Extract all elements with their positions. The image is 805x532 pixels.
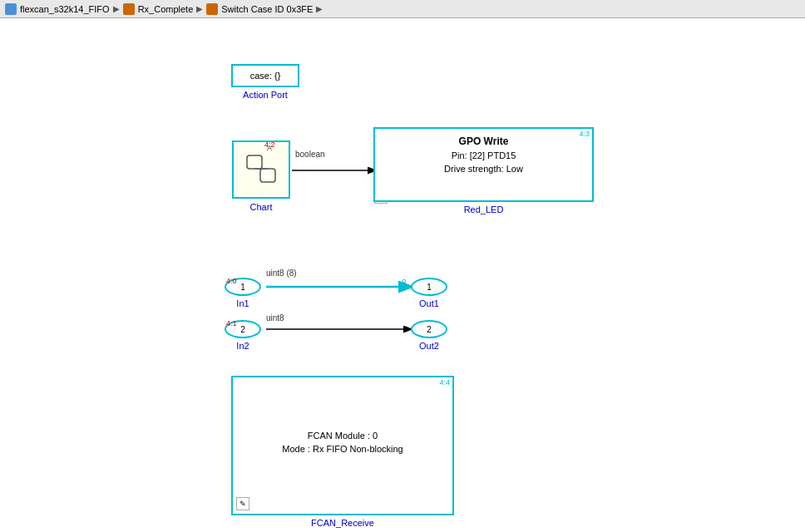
in2-label: In2 [225, 341, 261, 351]
fcan-line1: FCAN Module : 0 [233, 431, 452, 441]
breadcrumb-arrow-1: ▶ [113, 4, 120, 13]
out2-label: Out2 [411, 341, 447, 351]
chart-id-badge: 4:2 [264, 140, 275, 149]
breadcrumb-item-3[interactable]: Switch Case ID 0x3FE [221, 4, 313, 14]
in2-port-num: 2 [240, 325, 245, 334]
action-port-block[interactable]: case: {} [231, 64, 299, 87]
in2-id-badge: 4:1 [226, 319, 237, 328]
fcan-line2: Mode : Rx FIFO Non-blocking [233, 444, 452, 454]
breadcrumb-icon-3 [206, 3, 218, 15]
breadcrumb-arrow-2: ▶ [196, 4, 203, 13]
breadcrumb-icon-2 [123, 3, 135, 15]
gpo-title: GPO Write [375, 135, 592, 147]
in2-type-label: uint8 [266, 313, 284, 323]
action-port-text: case: {} [250, 71, 281, 81]
chart-label: Chart [232, 202, 290, 212]
fcan-id-badge: 4:4 [439, 378, 450, 387]
breadcrumb-item-2[interactable]: Rx_Complete [138, 4, 194, 14]
gpo-label: Red_LED [373, 204, 594, 214]
fcan-block[interactable]: 4:4 FCAN Module : 0 Mode : Rx FIFO Non-b… [231, 376, 454, 515]
svg-rect-3 [247, 155, 262, 169]
gpo-id-badge: 4:3 [579, 130, 590, 138]
title-bar: flexcan_s32k14_FIFO ▶ Rx_Complete ▶ Swit… [0, 0, 805, 18]
out1-port-num: 1 [427, 283, 432, 292]
stateflow-icon [244, 152, 279, 187]
in1-type-label: uint8 (8) [266, 268, 297, 278]
bit8-label: 8 [402, 278, 407, 288]
breadcrumb-arrow-3: ▶ [316, 4, 323, 13]
out1-block[interactable]: 1 [411, 278, 447, 296]
out1-label: Out1 [411, 298, 447, 308]
chart-block[interactable] [232, 140, 290, 199]
edit-icon-fcan[interactable]: ✎ [236, 497, 249, 510]
in1-label: In1 [225, 298, 261, 308]
out2-port-num: 2 [427, 325, 432, 334]
svg-rect-4 [260, 169, 275, 182]
breadcrumb-item-1[interactable]: flexcan_s32k14_FIFO [20, 4, 110, 14]
gpo-write-block[interactable]: 4:3 GPO Write Pin: [22] PTD15 Drive stre… [373, 127, 594, 202]
boolean-label: boolean [295, 150, 325, 159]
in1-id-badge: 4:0 [226, 277, 237, 285]
canvas: case: {} Action Port A 4:2 Chart boolean… [0, 18, 805, 532]
app-icon [5, 3, 17, 15]
in1-port-num: 1 [240, 283, 245, 292]
fcan-label: FCAN_Receive [231, 518, 454, 528]
gpo-pin: Pin: [22] PTD15 [375, 150, 592, 160]
out2-block[interactable]: 2 [411, 320, 447, 338]
gpo-drive: Drive strength: Low [375, 164, 592, 174]
action-port-label: Action Port [231, 90, 299, 100]
